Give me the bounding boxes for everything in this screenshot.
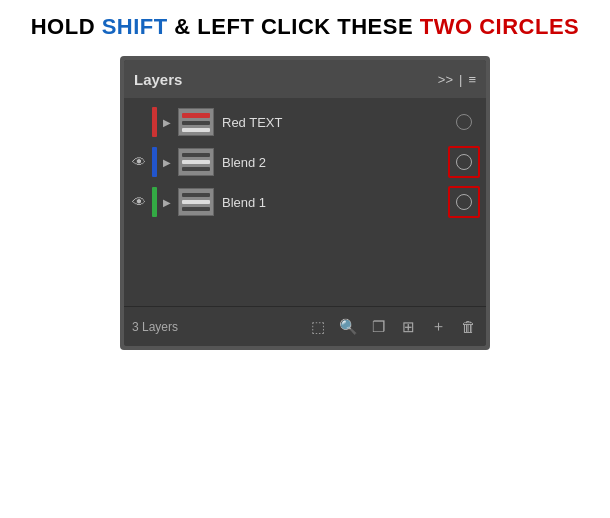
color-bar-blend-1: [152, 187, 157, 217]
arrow-red-text[interactable]: ▶: [161, 117, 173, 128]
instruction-circles: TWO CIRCLES: [420, 14, 580, 39]
layer-name-blend-1: Blend 1: [222, 195, 450, 210]
color-bar-red-text: [152, 107, 157, 137]
circle-icon-blend-2: [456, 154, 472, 170]
color-bar-blend-2: [152, 147, 157, 177]
layers-count: 3 Layers: [132, 320, 178, 334]
expand-icon[interactable]: >>: [438, 72, 453, 87]
instruction-text: HOLD SHIFT & LEFT CLICK THESE TWO CIRCLE…: [0, 0, 610, 50]
circle-icon-red-text: [456, 114, 472, 130]
layer-thumb-blend-2: [178, 148, 214, 176]
collect-icon[interactable]: ⊞: [398, 318, 418, 336]
panel-spacer: [124, 226, 486, 306]
panel-wrapper: Layers >> | ≡ 👁 ▶: [120, 56, 490, 350]
layer-name-red-text: Red TEXT: [222, 115, 450, 130]
layer-thumb-red-text: [178, 108, 214, 136]
panel-header: Layers >> | ≡: [124, 60, 486, 98]
delete-icon[interactable]: 🗑: [458, 318, 478, 335]
new-layer-icon[interactable]: ＋: [428, 317, 448, 336]
eye-icon-blend-1[interactable]: 👁: [128, 194, 150, 210]
eye-icon-blend-2[interactable]: 👁: [128, 154, 150, 170]
arrow-blend-1[interactable]: ▶: [161, 197, 173, 208]
instruction-hold: HOLD: [31, 14, 102, 39]
layer-row-red-text: 👁 ▶ Red TEXT: [124, 102, 486, 142]
circle-target-red-text[interactable]: [450, 108, 478, 136]
layer-row-blend-1: 👁 ▶ Blend 1: [124, 182, 486, 222]
duplicate-icon[interactable]: ❐: [368, 318, 388, 336]
circle-target-blend-2[interactable]: [450, 148, 478, 176]
circle-target-blend-1[interactable]: [450, 188, 478, 216]
instruction-mid: & LEFT CLICK THESE: [168, 14, 420, 39]
layer-row-blend-2: 👁 ▶ Blend 2: [124, 142, 486, 182]
panel-footer: 3 Layers ⬚ 🔍 ❐ ⊞ ＋ 🗑: [124, 306, 486, 346]
layer-name-blend-2: Blend 2: [222, 155, 450, 170]
circle-icon-blend-1: [456, 194, 472, 210]
search-icon[interactable]: 🔍: [338, 318, 358, 336]
panel-header-icons: >> | ≡: [438, 72, 476, 87]
divider-icon: |: [459, 72, 462, 87]
panel-title: Layers: [134, 71, 182, 88]
layers-list: 👁 ▶ Red TEXT 👁 ▶: [124, 98, 486, 226]
instruction-shift: SHIFT: [102, 14, 168, 39]
arrow-blend-2[interactable]: ▶: [161, 157, 173, 168]
new-layer-from-selection-icon[interactable]: ⬚: [308, 318, 328, 336]
menu-icon[interactable]: ≡: [468, 72, 476, 87]
layer-thumb-blend-1: [178, 188, 214, 216]
layers-panel: Layers >> | ≡ 👁 ▶: [124, 60, 486, 346]
